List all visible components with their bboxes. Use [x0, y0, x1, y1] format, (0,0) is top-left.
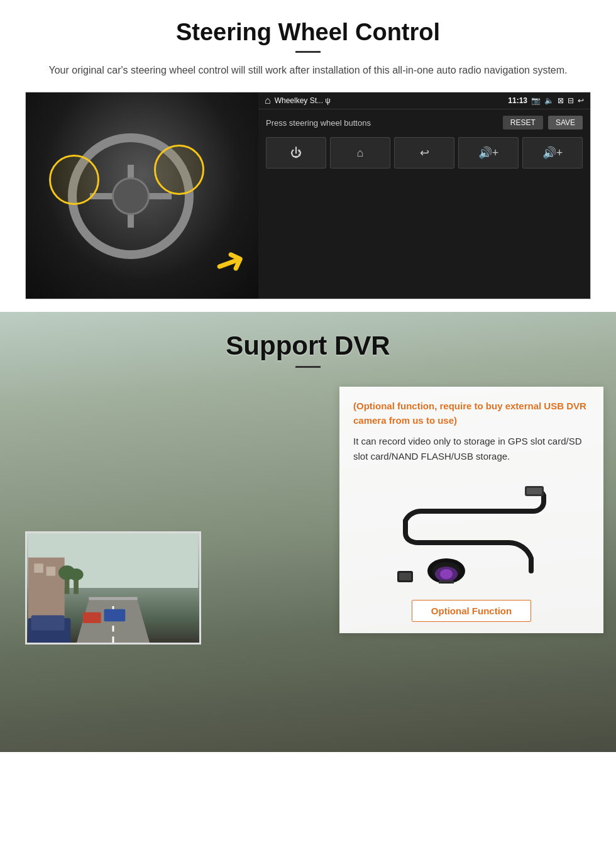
back-icon: ↩ [578, 96, 584, 105]
swc-prompt-row: Press steering wheel buttons RESET SAVE [266, 116, 583, 130]
wifi-icon: ⊠ [558, 96, 564, 105]
camera-icon: 📷 [531, 96, 541, 105]
swc-action-buttons: RESET SAVE [503, 116, 583, 130]
dvr-description: It can record video only to storage in G… [353, 434, 590, 464]
icon-cell-home[interactable]: ⌂ [330, 137, 390, 169]
screen-icon: ⊟ [568, 96, 574, 105]
section-subtitle: Your original car's steering wheel contr… [25, 63, 591, 78]
reset-button[interactable]: RESET [503, 116, 543, 130]
section-dvr: Support DVR [0, 312, 616, 752]
optional-function-button[interactable]: Optional Function [412, 600, 531, 622]
android-content: Press steering wheel buttons RESET SAVE … [258, 109, 590, 299]
svg-rect-2 [34, 563, 43, 573]
sw-background: ➜ [26, 92, 258, 299]
svg-rect-3 [47, 567, 56, 576]
dvr-thumb-inner [27, 533, 199, 643]
svg-rect-11 [83, 612, 101, 623]
dvr-info-card: (Optional function, require to buy exter… [339, 387, 603, 633]
dvr-camera-svg [383, 483, 559, 584]
icon-cell-back[interactable]: ↩ [394, 137, 454, 169]
app-name-label: Wheelkey St... ψ [275, 96, 505, 105]
section-title: Steering Wheel Control [25, 19, 591, 46]
highlight-circle-left [49, 155, 99, 205]
home-icon: ⌂ [265, 95, 271, 106]
dvr-optional-note: (Optional function, require to buy exter… [353, 399, 590, 428]
dvr-optional-btn-area: Optional Function [353, 600, 590, 622]
android-topbar: ⌂ Wheelkey St... ψ 11:13 📷 🔈 ⊠ ⊟ ↩ [258, 92, 590, 109]
save-button[interactable]: SAVE [548, 116, 583, 130]
dvr-camera-illustration [353, 477, 590, 590]
dvr-thumb-svg [27, 533, 199, 643]
dvr-content-area: (Optional function, require to buy exter… [0, 374, 616, 663]
clock-display: 11:13 [508, 96, 527, 105]
title-divider [295, 51, 321, 53]
dvr-title-area: Support DVR [0, 312, 616, 374]
android-screen: ⌂ Wheelkey St... ψ 11:13 📷 🔈 ⊠ ⊟ ↩ Press… [258, 92, 590, 299]
dvr-left-col [13, 387, 339, 645]
arrow-icon: ➜ [209, 239, 251, 285]
swc-prompt-text: Press steering wheel buttons [266, 118, 371, 128]
dvr-title-divider [295, 366, 321, 368]
steering-wheel-photo: ➜ [26, 92, 258, 299]
svg-rect-12 [104, 609, 126, 621]
icon-cell-power[interactable]: ⏻ [266, 137, 326, 169]
svg-rect-10 [89, 597, 137, 600]
svg-rect-24 [441, 582, 451, 584]
dvr-thumbnail [25, 531, 201, 645]
svg-rect-14 [31, 616, 65, 631]
swc-demo-area: ➜ ⌂ Wheelkey St... ψ 11:13 📷 🔈 ⊠ ⊟ ↩ Pre… [25, 92, 591, 299]
highlight-circle-right [154, 145, 204, 195]
status-icons: 📷 🔈 ⊠ ⊟ ↩ [531, 96, 584, 105]
svg-rect-18 [399, 573, 411, 580]
volume-icon: 🔈 [544, 96, 554, 105]
svg-rect-6 [74, 579, 79, 594]
dvr-section-title: Support DVR [0, 331, 616, 361]
swc-icon-grid: ⏻ ⌂ ↩ 🔊+ 🔊+ [266, 137, 583, 169]
icon-cell-vol-down[interactable]: 🔊+ [522, 137, 583, 169]
svg-rect-16 [527, 488, 542, 494]
svg-point-7 [69, 568, 83, 580]
svg-point-22 [440, 569, 453, 579]
icon-cell-vol-up[interactable]: 🔊+ [458, 137, 519, 169]
sw-hub [112, 177, 150, 215]
section-steering-wheel: Steering Wheel Control Your original car… [0, 0, 616, 312]
